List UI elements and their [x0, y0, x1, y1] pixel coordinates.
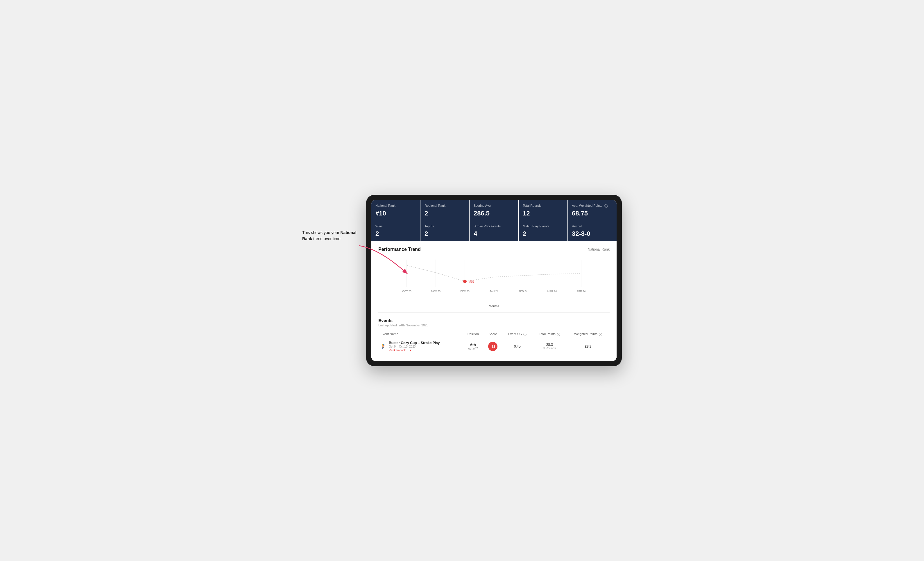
col-position: Position	[463, 331, 484, 338]
performance-trend-subtitle: National Rank	[588, 247, 610, 251]
stat-match-play-events: Match Play Events 2	[519, 221, 567, 241]
table-row: 🏌️ Buster Cozy Cup – Stroke Play Oct 9 –…	[378, 338, 610, 355]
info-icon[interactable]: i	[604, 204, 608, 208]
svg-text:#10: #10	[469, 280, 474, 283]
event-name-cell: 🏌️ Buster Cozy Cup – Stroke Play Oct 9 –…	[378, 338, 463, 355]
event-position-sub: out of 7	[465, 347, 482, 350]
col-event-name: Event Name	[378, 331, 463, 338]
stats-row-1: National Rank #10 Regional Rank 2 Scorin…	[371, 200, 616, 220]
total-points-info-icon[interactable]: i	[557, 333, 560, 336]
stat-regional-rank: Regional Rank 2	[420, 200, 469, 220]
event-rank-impact: Rank Impact: 3 ▼	[389, 349, 440, 352]
event-name-main: Buster Cozy Cup – Stroke Play	[389, 341, 440, 345]
col-score: Score	[484, 331, 502, 338]
stat-avg-weighted-points-value: 68.75	[572, 209, 612, 217]
performance-trend-title: Performance Trend	[378, 247, 421, 252]
events-table-header-row: Event Name Position Score Event SG	[378, 331, 610, 338]
chart-svg: #10 OCT 23 NOV 23 DEC 23 JAN 24 FEB 24 M…	[378, 257, 610, 297]
col-event-sg: Event SG i	[502, 331, 532, 338]
stat-regional-rank-label: Regional Rank	[424, 203, 465, 208]
event-total-points: 28.3	[535, 343, 564, 347]
event-icon: 🏌️	[381, 344, 387, 349]
stat-national-rank-label: National Rank	[375, 203, 416, 208]
stat-stroke-play-events: Stroke Play Events 4	[470, 221, 518, 241]
stat-national-rank-value: #10	[375, 209, 416, 217]
stat-avg-weighted-points: Avg. Weighted Points i 68.75	[568, 200, 616, 220]
stat-scoring-avg-label: Scoring Avg.	[474, 203, 514, 208]
svg-text:OCT 23: OCT 23	[402, 290, 411, 293]
event-position-cell: 6th out of 7	[463, 338, 484, 355]
stat-wins: Wins 2	[371, 221, 420, 241]
stat-top3s-label: Top 3s	[424, 224, 465, 228]
stat-top3s: Top 3s 2	[420, 221, 469, 241]
annotation-text: This shows you your National Rank trend …	[302, 230, 357, 241]
stat-total-rounds-value: 12	[523, 209, 563, 217]
events-title: Events	[378, 318, 610, 323]
event-name-info: Buster Cozy Cup – Stroke Play Oct 9 – Oc…	[389, 341, 440, 352]
stat-scoring-avg: Scoring Avg. 286.5	[470, 200, 518, 220]
annotation: This shows you your National Rank trend …	[302, 230, 366, 242]
rank-impact-arrow: ▼	[409, 349, 412, 352]
stat-top3s-value: 2	[424, 230, 465, 238]
svg-text:DEC 23: DEC 23	[460, 290, 470, 293]
stat-stroke-play-events-value: 4	[474, 230, 514, 238]
svg-text:JAN 24: JAN 24	[490, 290, 498, 293]
svg-point-8	[463, 280, 466, 283]
stat-regional-rank-value: 2	[424, 209, 465, 217]
svg-text:MAR 24: MAR 24	[548, 290, 557, 293]
stat-avg-weighted-points-label: Avg. Weighted Points i	[572, 203, 612, 208]
stat-record: Record 32-8-0	[568, 221, 616, 241]
event-total-points-cell: 28.3 3 Rounds	[532, 338, 567, 355]
tablet-device: National Rank #10 Regional Rank 2 Scorin…	[366, 195, 622, 366]
stat-wins-label: Wins	[375, 224, 416, 228]
events-last-updated: Last updated: 24th November 2023	[378, 323, 610, 327]
stats-row-2: Wins 2 Top 3s 2 Stroke Play Events 4 Mat…	[371, 221, 616, 241]
col-total-points: Total Points i	[532, 331, 567, 338]
stat-wins-value: 2	[375, 230, 416, 238]
stat-match-play-events-value: 2	[523, 230, 563, 238]
weighted-points-info-icon[interactable]: i	[599, 333, 602, 336]
event-sg-cell: 0.45	[502, 338, 532, 355]
stat-record-value: 32-8-0	[572, 230, 612, 238]
outer-wrapper: This shows you your National Rank trend …	[302, 195, 622, 366]
stat-scoring-avg-value: 286.5	[474, 209, 514, 217]
event-position: 6th	[465, 343, 482, 347]
svg-text:FEB 24: FEB 24	[519, 290, 527, 293]
svg-text:NOV 23: NOV 23	[431, 290, 441, 293]
svg-text:APR 24: APR 24	[576, 290, 585, 293]
stat-match-play-events-label: Match Play Events	[523, 224, 563, 228]
stat-record-label: Record	[572, 224, 612, 228]
event-score-cell: -22	[484, 338, 502, 355]
stat-stroke-play-events-label: Stroke Play Events	[474, 224, 514, 228]
content-area: Performance Trend National Rank	[371, 241, 616, 361]
stat-national-rank: National Rank #10	[371, 200, 420, 220]
event-total-points-sub: 3 Rounds	[535, 347, 564, 350]
event-sg-info-icon[interactable]: i	[523, 333, 526, 336]
event-score-badge: -22	[488, 342, 498, 351]
stat-total-rounds: Total Rounds 12	[519, 200, 567, 220]
performance-trend-chart: #10 OCT 23 NOV 23 DEC 23 JAN 24 FEB 24 M…	[378, 257, 610, 303]
events-table: Event Name Position Score Event SG	[378, 331, 610, 355]
chart-x-axis-label: Months	[378, 304, 610, 308]
event-weighted-points-cell: 28.3	[567, 338, 610, 355]
events-section: Events Last updated: 24th November 2023 …	[378, 313, 610, 355]
col-weighted-points: Weighted Points i	[567, 331, 610, 338]
stat-total-rounds-label: Total Rounds	[523, 203, 563, 208]
performance-trend-header: Performance Trend National Rank	[378, 247, 610, 252]
event-date: Oct 9 – Oct 10, 2023	[389, 345, 440, 348]
tablet-screen: National Rank #10 Regional Rank 2 Scorin…	[371, 200, 616, 361]
